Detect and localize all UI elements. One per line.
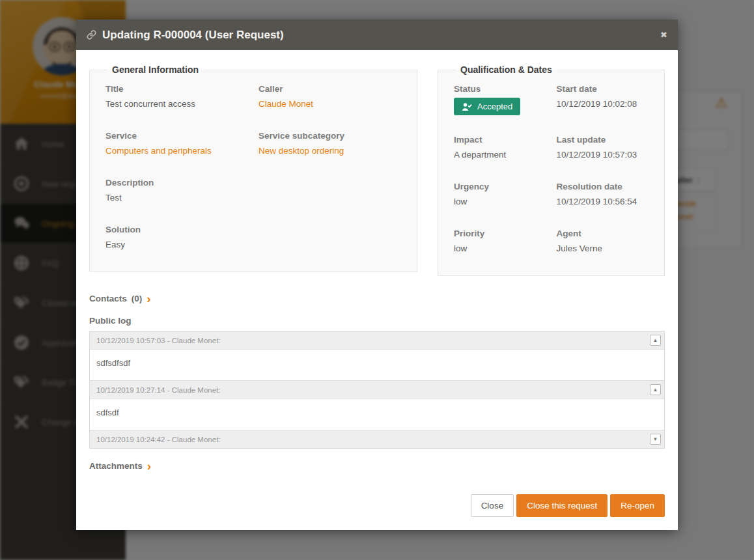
field-label: Service subcategory	[258, 131, 401, 141]
public-log-heading: Public log	[89, 316, 665, 326]
field-label: Urgency	[454, 182, 546, 191]
chevron-right-icon: ›	[147, 294, 150, 303]
field-value: Test concurrent access	[105, 99, 248, 109]
field-service: Service Computers and peripherals	[105, 131, 248, 158]
update-request-modal: Updating R-000004 (User Request) ✖ Gener…	[76, 20, 678, 530]
field-status: Status Accepted	[454, 84, 546, 115]
field-agent: Agent Jules Verne	[557, 229, 649, 256]
status-badge: Accepted	[454, 98, 520, 115]
field-label: Title	[105, 84, 248, 94]
qualification-dates-legend: Qualification & Dates	[455, 64, 557, 75]
status-label: Accepted	[477, 102, 512, 111]
public-log-list: 10/12/2019 10:57:03 - Claude Monet: ▲ sd…	[89, 331, 665, 449]
log-entry-meta: 10/12/2019 10:57:03 - Claude Monet:	[96, 337, 221, 344]
qualification-dates-fieldset: Qualification & Dates Status Accepted	[438, 64, 665, 276]
field-caller: Caller Claude Monet	[258, 84, 401, 111]
contacts-label: Contacts	[89, 294, 127, 303]
close-button[interactable]: Close	[471, 494, 514, 517]
log-entry: 10/12/2019 10:57:03 - Claude Monet: ▲ sd…	[90, 331, 664, 380]
log-entry-header: 10/12/2019 10:57:03 - Claude Monet: ▲	[90, 331, 664, 349]
general-information-fieldset: General Information Title Test concurren…	[89, 64, 417, 272]
log-entry: 10/12/2019 10:27:14 - Claude Monet: ▲ sd…	[90, 380, 664, 430]
public-log-label: Public log	[89, 316, 132, 326]
field-value: 10/12/2019 10:02:08	[557, 99, 649, 109]
attachments-label: Attachments	[89, 461, 143, 471]
field-value: 10/12/2019 10:56:54	[557, 197, 649, 206]
field-value: Jules Verne	[557, 244, 649, 253]
contacts-section-toggle[interactable]: Contacts (0) ›	[89, 294, 665, 303]
field-label: Priority	[454, 229, 546, 238]
field-resolution-date: Resolution date 10/12/2019 10:56:54	[557, 182, 649, 209]
modal-body: General Information Title Test concurren…	[76, 50, 678, 530]
field-label: Service	[105, 131, 248, 141]
field-label: Status	[454, 84, 546, 94]
field-label: Resolution date	[557, 182, 649, 191]
collapse-toggle-button[interactable]: ▲	[650, 335, 661, 346]
close-this-request-button[interactable]: Close this request	[516, 494, 607, 517]
field-priority: Priority low	[454, 229, 546, 256]
field-label: Caller	[258, 84, 401, 94]
collapse-toggle-button[interactable]: ▲	[650, 384, 661, 395]
chevron-right-icon: ›	[147, 462, 151, 470]
field-urgency: Urgency low	[454, 182, 546, 209]
field-value: low	[454, 244, 546, 253]
general-information-legend: General Information	[107, 64, 204, 75]
field-impact: Impact A department	[454, 135, 546, 162]
modal-title: Updating R-000004 (User Request)	[102, 29, 284, 42]
field-start-date: Start date 10/12/2019 10:02:08	[557, 84, 649, 115]
log-entry-header: 10/12/2019 10:27:14 - Claude Monet: ▲	[90, 381, 664, 399]
field-label: Start date	[557, 84, 649, 94]
expand-toggle-button[interactable]: ▼	[650, 434, 661, 445]
field-value: 10/12/2019 10:57:03	[557, 150, 649, 160]
modal-header: Updating R-000004 (User Request) ✖	[76, 20, 678, 50]
log-entry-meta: 10/12/2019 10:24:42 - Claude Monet:	[96, 436, 221, 443]
attachments-section-toggle[interactable]: Attachments ›	[89, 461, 665, 471]
log-entry: 10/12/2019 10:24:42 - Claude Monet: ▼	[90, 430, 664, 448]
log-entry-body: sdfsdfsdf	[90, 349, 664, 380]
service-link[interactable]: Computers and peripherals	[105, 146, 212, 156]
contacts-count: (0)	[132, 294, 143, 303]
close-icon[interactable]: ✖	[660, 30, 667, 40]
field-value: Easy	[105, 240, 248, 249]
field-value: low	[454, 197, 546, 206]
link-icon	[87, 30, 96, 40]
field-description: Description Test	[105, 178, 248, 205]
field-label: Solution	[105, 225, 248, 234]
modal-footer: Close Close this request Re-open	[89, 494, 665, 517]
log-entry-meta: 10/12/2019 10:27:14 - Claude Monet:	[96, 386, 221, 394]
caller-link[interactable]: Claude Monet	[258, 99, 313, 109]
field-label: Agent	[557, 229, 649, 238]
log-entry-header: 10/12/2019 10:24:42 - Claude Monet: ▼	[90, 430, 664, 448]
field-label: Impact	[454, 135, 546, 145]
field-label: Last update	[557, 135, 649, 145]
field-label: Description	[105, 178, 248, 188]
log-entry-body: sdfsdf	[90, 399, 664, 430]
field-solution: Solution Easy	[105, 225, 248, 252]
field-value: A department	[454, 150, 546, 160]
field-title: Title Test concurrent access	[105, 84, 248, 111]
field-last-update: Last update 10/12/2019 10:57:03	[557, 135, 649, 162]
field-service-subcategory: Service subcategory New desktop ordering	[258, 131, 401, 158]
field-value: Test	[105, 193, 248, 203]
service-subcategory-link[interactable]: New desktop ordering	[258, 146, 344, 156]
user-check-icon	[462, 102, 472, 111]
reopen-button[interactable]: Re-open	[610, 494, 665, 517]
